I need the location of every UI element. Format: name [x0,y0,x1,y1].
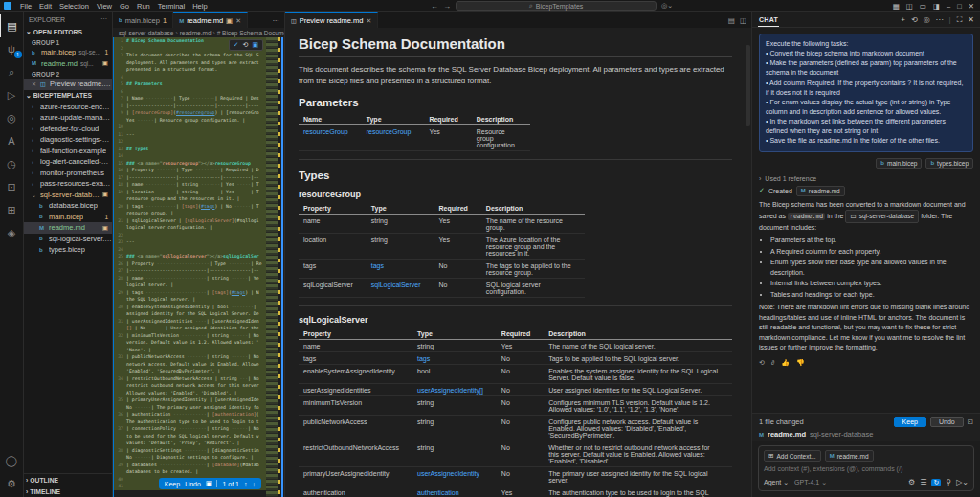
code-line[interactable]: 19| location ·······| string ·······| Ye… [114,189,266,196]
code-line[interactable]: resource group. | [114,210,266,217]
code-line[interactable]: 22 [114,232,266,239]
code-line[interactable]: 32| minimumTlsVersion ·········| string … [114,332,266,340]
menu-view[interactable]: View [93,2,116,11]
code-line[interactable]: 'None'. | [114,347,266,354]
code-line[interactable]: databases to be created. | [114,468,266,476]
code-line[interactable]: 8|----------------|--------------|------… [114,102,266,110]
code-line[interactable]: 26| Property ···················| Type ·… [114,260,266,268]
code-line[interactable]: 38| diagnosticSettings ········| [diagno… [114,447,266,455]
type-link[interactable]: userAssignedIdentity [412,467,497,486]
code-line[interactable]: 29| tags ······················| [tags](… [114,289,266,297]
code-line[interactable]: 13## Types [114,146,266,153]
code-line[interactable]: 23--- [114,238,266,246]
code-line[interactable]: No ······| Diagnostic settings to config… [114,454,266,462]
maximize-panel-icon[interactable]: ⛶ [957,15,963,25]
code-line[interactable]: 10 [114,124,266,131]
attachment-chip-types-bicep[interactable]: btypes.bicep [925,158,973,169]
discard-icon[interactable]: ⟲ [243,41,249,49]
menu-file[interactable]: File [16,2,35,11]
code-line[interactable]: 14 [114,152,266,160]
code-line[interactable]: deployment. All parameters and types are… [114,59,266,67]
nav-forward-icon[interactable]: → [443,2,451,11]
copilot-icon[interactable]: ◎ [0,106,24,129]
keep-button[interactable]: Keep [165,481,180,487]
code-line[interactable]: 20| tags ···········| [tags](#tags) | No… [114,203,266,211]
report-icon[interactable]: ∂ [771,359,774,367]
explorer-icon[interactable]: ▤ [0,14,24,37]
undo-button[interactable]: Undo [930,417,964,427]
microphone-icon[interactable]: ⚲ [946,478,951,486]
chat-sessions-icon[interactable]: ◎ [924,15,930,24]
open-editor-readme-md[interactable]: Mreadme.mdsql...▣ [24,58,112,70]
close-tab-icon[interactable]: ✕ [235,17,241,25]
command-center-search[interactable]: ⌕ BicepTemplates [456,1,657,11]
changed-file-row[interactable]: M readme.md sql-server-database [759,430,973,439]
extensions-icon[interactable]: ⊞ [0,198,24,221]
markdown-preview[interactable]: Bicep Schema Documentation This document… [285,28,751,497]
code-line[interactable]: values: 'Default', 'Proxy', 'Redirect'. … [114,440,266,447]
type-link[interactable]: resourceGroup [299,125,362,151]
send-button[interactable]: ▷⌄ [956,478,969,486]
used-references-row[interactable]: › Used 1 reference [759,175,973,182]
layout-bottom-icon[interactable]: ▭ [920,2,926,11]
maximize-icon[interactable]: □ [957,2,962,11]
tree-item-azure-resource-encryptio-[interactable]: ›azure-resource-encryptio... [24,102,112,113]
regenerate-icon[interactable]: ⟲ [759,359,765,367]
tree-item-types-bicep[interactable]: btypes.bicep [24,244,112,256]
code-line[interactable]: version. Default value is 1.2. Allowed v… [114,339,266,347]
code-line[interactable]: 12 [114,138,266,146]
keep-undo-widget[interactable]: Keep Undo ▣ 1 of 1 ↑ ↓ [159,478,261,489]
code-line[interactable]: Allowed values: 'Enabled', 'Disabled'. | [114,390,266,397]
layout-sidebar-icon[interactable]: ◫ [906,2,913,11]
copilot-menu-icon[interactable]: ◎⌄ [661,2,673,10]
menu-go[interactable]: Go [116,2,133,11]
tree-item-sql-logical-server-bicep[interactable]: bsql-logical-server.bicep [24,234,112,245]
open-editor-preview-readme-md[interactable]: ✕◫Preview readme.md [24,79,112,90]
tree-item-sql-server-database[interactable]: ⌄sql-server-database▣ [24,190,112,201]
tree-item-azure-update-manager[interactable]: ›azure-update-manager [24,112,112,124]
more-actions-icon[interactable]: ⋯ [936,15,944,24]
history-icon[interactable]: ◷ [0,152,24,175]
code-line[interactable]: 27|----------------------------|--------… [114,267,266,275]
inline-edit-accept-widget[interactable]: ✓ ⟲ ▣ [229,39,263,51]
tools-icon[interactable]: ⚙ [908,478,915,486]
code-line[interactable]: 36| authentication ············| [authen… [114,411,266,418]
code-line[interactable]: 35| primaryUserAssignedIdentity | [userA… [114,396,266,404]
menu-terminal[interactable]: Terminal [154,2,189,11]
code-line[interactable]: Yes ······| Resource group configuration… [114,117,266,124]
attachment-chip-main-bicep[interactable]: bmain.bicep [876,158,922,169]
close-icon[interactable]: ✕ [969,2,974,11]
nav-back-icon[interactable]: ← [431,2,438,11]
code-line[interactable]: the SQL logical server. | [114,296,266,304]
tree-item-database-bicep[interactable]: bdatabase.bicep [24,200,112,212]
show-source-icon[interactable]: ▤ [728,16,735,25]
settings-gear-icon[interactable]: ⚙ [0,472,24,495]
tree-item-pass-resources-examples[interactable]: ›pass-resources-examples [24,178,112,190]
remote-explorer-icon[interactable]: ⊡ [0,175,24,198]
code-line[interactable]: 9| [resourceGroup](#resourcegroup) | [re… [114,109,266,117]
breadcrumb-item[interactable]: readme.md [180,30,212,36]
tab-preview-readme[interactable]: ◫ Preview readme.md ✕ [285,12,378,28]
code-line[interactable]: 3This document describes the schema for … [114,52,266,59]
code-line[interactable]: 37| connectionPolicy ··········| string … [114,425,266,433]
code-area[interactable]: 1# Bicep Schema Documentation23This docu… [114,37,266,497]
code-line[interactable]: 17|-----------------|---------------|---… [114,174,266,182]
close-panel-icon[interactable]: ✕ [968,15,974,24]
close-tab-icon[interactable]: ✕ [366,17,371,25]
layout-secondary-icon[interactable]: ◨ [933,2,940,11]
code-line[interactable]: 16| Property ·······| Type ·········| Re… [114,167,266,174]
more-actions-icon[interactable]: ⋯ [100,15,107,23]
context-file-chip[interactable]: Mreadme.md [825,450,874,462]
code-line[interactable]: 39| databases ·················| [databa… [114,462,266,469]
code-line[interactable]: 21| sqlLogicalServer | [sqlLogicalServer… [114,217,266,225]
code-line[interactable]: 28| name ······················| string … [114,275,266,282]
code-line[interactable]: resource group and the resources in it. … [114,195,266,203]
azure-icon[interactable]: ◈ [0,221,24,244]
thumbs-up-icon[interactable]: 👍 [781,359,790,367]
agent-mode-select[interactable]: Agent ⌄ [764,479,789,486]
keep-button[interactable]: Keep [894,417,926,427]
thumbs-down-icon[interactable]: 👎 [796,359,805,367]
preview-scrollbar[interactable] [746,45,750,126]
code-line[interactable]: logical server. | [114,282,266,289]
tree-item-log-alert-cancelled-subsc-[interactable]: ›log-alert-cancelled-subsc... [24,156,112,168]
